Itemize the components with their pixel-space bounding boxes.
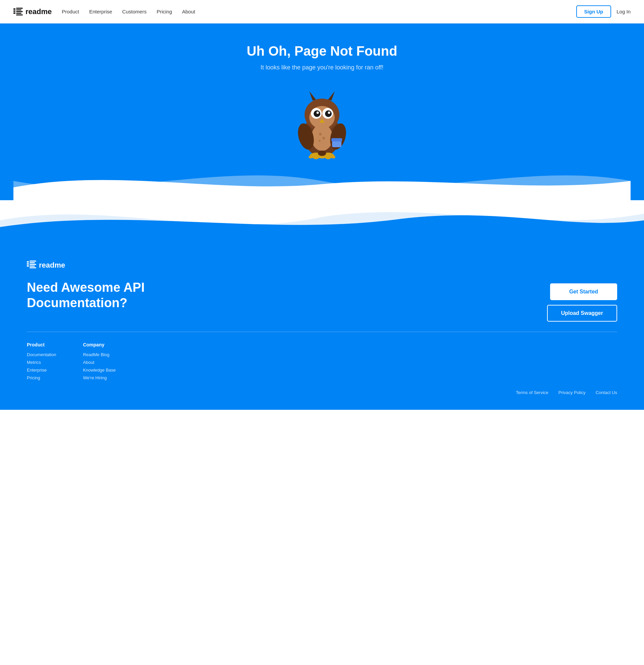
footer-link-documentation[interactable]: Documentation — [27, 352, 56, 357]
readme-logo-icon — [14, 8, 23, 16]
svg-marker-11 — [328, 91, 335, 101]
footer-logo: readme — [27, 261, 617, 270]
footer-link-metrics[interactable]: Metrics — [27, 360, 56, 365]
get-started-button[interactable]: Get Started — [550, 283, 617, 300]
footer-link-about[interactable]: About — [83, 360, 116, 365]
footer-cta-heading: Need Awesome API Documentation? — [27, 280, 161, 310]
footer-terms-link[interactable]: Terms of Service — [516, 390, 548, 395]
footer-cta-row: Need Awesome API Documentation? Get Star… — [27, 280, 617, 322]
nav-about[interactable]: About — [182, 9, 195, 15]
navbar-logo-text: readme — [25, 7, 52, 16]
svg-rect-7 — [16, 15, 23, 15]
svg-point-36 — [319, 140, 321, 142]
footer-col-product: Product Documentation Metrics Enterprise… — [27, 342, 56, 383]
footer-privacy-link[interactable]: Privacy Policy — [558, 390, 586, 395]
footer-bottom-links: Terms of Service Privacy Policy Contact … — [516, 387, 617, 396]
svg-rect-4 — [16, 10, 21, 11]
footer-link-readme-blog[interactable]: ReadMe Blog — [83, 352, 116, 357]
svg-rect-2 — [14, 13, 15, 14]
svg-point-15 — [314, 110, 320, 117]
svg-rect-3 — [16, 8, 23, 9]
footer-logo-icon — [27, 261, 36, 270]
svg-rect-24 — [332, 138, 342, 141]
svg-point-33 — [318, 151, 326, 156]
nav-customers[interactable]: Customers — [122, 9, 147, 15]
svg-rect-39 — [27, 265, 29, 267]
footer-link-pricing[interactable]: Pricing — [27, 375, 56, 380]
login-button[interactable]: Log In — [617, 9, 630, 15]
nav-product[interactable]: Product — [62, 9, 79, 15]
footer-col-company-heading: Company — [83, 342, 116, 347]
hero-section: Uh Oh, Page Not Found It looks like the … — [0, 23, 644, 200]
mid-section — [0, 200, 644, 241]
footer-bottom-row: Product Documentation Metrics Enterprise… — [27, 342, 617, 396]
navbar: readme Product Enterprise Customers Pric… — [0, 0, 644, 23]
mid-wave — [0, 200, 644, 241]
owl-svg — [288, 81, 356, 165]
svg-point-16 — [325, 110, 332, 117]
footer-buttons: Get Started Upload Swagger — [547, 280, 617, 322]
footer-contact-link[interactable]: Contact Us — [596, 390, 617, 395]
navbar-actions: Sign Up Log In — [576, 5, 630, 18]
svg-rect-40 — [30, 261, 36, 262]
svg-marker-10 — [309, 91, 316, 101]
svg-rect-0 — [14, 8, 15, 10]
navbar-logo[interactable]: readme — [14, 7, 52, 16]
navbar-links: Product Enterprise Customers Pricing Abo… — [62, 9, 576, 15]
footer-divider — [27, 332, 617, 332]
svg-point-34 — [319, 133, 322, 135]
svg-rect-37 — [27, 261, 29, 263]
svg-point-20 — [311, 124, 333, 151]
svg-rect-41 — [30, 262, 35, 263]
svg-point-31 — [325, 156, 331, 159]
footer-logo-text: readme — [39, 261, 65, 270]
hero-title: Uh Oh, Page Not Found — [14, 43, 630, 59]
hero-subtitle: It looks like the page you're looking fo… — [14, 64, 630, 71]
svg-rect-5 — [16, 11, 23, 12]
svg-point-28 — [313, 156, 319, 159]
svg-point-35 — [322, 137, 325, 139]
footer-col-product-heading: Product — [27, 342, 56, 347]
footer-link-knowledge-base[interactable]: Knowledge Base — [83, 367, 116, 373]
svg-rect-42 — [30, 264, 36, 265]
footer-col-company: Company ReadMe Blog About Knowledge Base… — [83, 342, 116, 383]
svg-rect-38 — [27, 263, 29, 265]
upload-swagger-button[interactable]: Upload Swagger — [547, 305, 617, 322]
svg-point-18 — [328, 112, 330, 114]
hero-wave — [14, 162, 630, 200]
footer-link-hiring[interactable]: We're Hiring — [83, 375, 116, 380]
footer-link-enterprise[interactable]: Enterprise — [27, 367, 56, 373]
svg-rect-43 — [30, 266, 35, 267]
signup-button[interactable]: Sign Up — [576, 5, 611, 18]
owl-illustration — [14, 81, 630, 165]
svg-rect-1 — [14, 11, 15, 12]
footer-columns: Product Documentation Metrics Enterprise… — [27, 342, 116, 383]
footer: readme Need Awesome API Documentation? G… — [0, 241, 644, 410]
nav-pricing[interactable]: Pricing — [157, 9, 172, 15]
svg-point-17 — [317, 112, 319, 114]
svg-rect-44 — [30, 267, 36, 268]
nav-enterprise[interactable]: Enterprise — [89, 9, 112, 15]
svg-rect-6 — [16, 13, 21, 14]
